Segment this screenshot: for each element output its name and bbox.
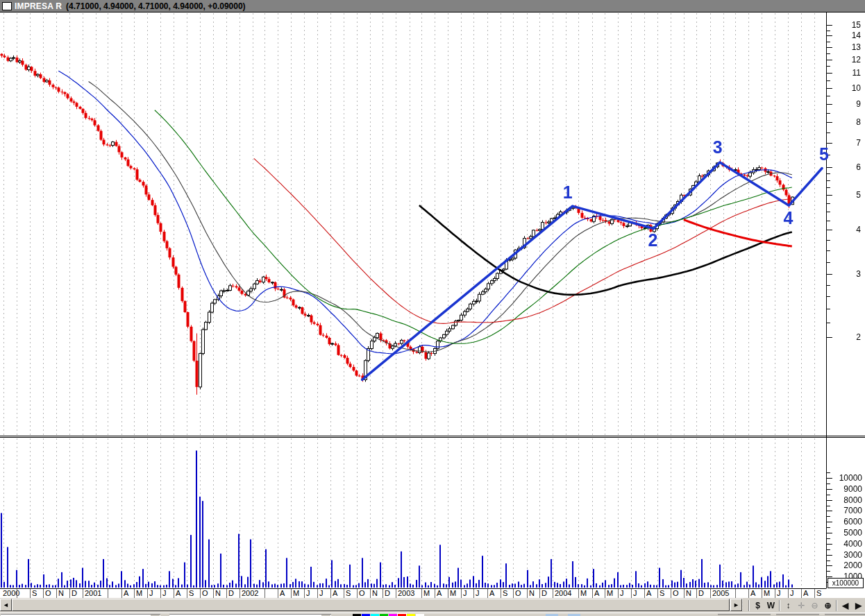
date-axis-month-label: S [816,589,821,598]
wave-label-1: 1 [563,184,573,201]
date-axis-separator [696,589,697,598]
price-axis-label: 8 [830,117,861,127]
price-axis-label: 12 [830,55,861,65]
bottom-scroll-toolbar-row: ◄ ► $W↕✛⊖⊕◀▶▤ [0,598,865,613]
date-axis-separator [592,589,593,598]
date-axis-separator [17,589,17,598]
date-axis-month-label: N [58,589,64,598]
price-axis-label: 6 [830,162,861,172]
volume-axis-label: 9000 [832,484,862,494]
price-axis-label: 10 [830,83,861,93]
date-axis-separator [147,589,148,598]
volume-axis-label: 6000 [832,517,862,527]
price-axis-label: 2 [830,332,861,342]
volume-multiplier-box: x100000 [828,578,864,588]
date-axis-separator [200,589,201,598]
date-axis-separator [605,589,605,598]
date-axis-month-label: D [541,589,547,598]
date-axis-month-label: O [515,589,521,598]
date-axis-separator [43,589,44,598]
date-axis-month-label: M [136,589,142,598]
date-axis-separator [501,589,501,598]
date-axis-month-label: N [372,589,378,598]
date-axis-separator [264,589,265,598]
date-axis-month-label: S [503,589,507,598]
date-axis-month-label: S [346,589,351,598]
date-axis-year-label: 2003 [398,589,414,598]
date-axis-separator [671,589,671,598]
vertical-zoom-button[interactable]: ↕ [782,599,795,612]
zoom-in-button[interactable]: ⊕ [821,599,834,612]
price-axis-label: 11 [830,68,861,78]
date-axis-separator [461,589,462,598]
toolbar-separator [748,600,750,611]
date-axis-separator [357,589,358,598]
horizontal-scrollbar-thumb[interactable] [12,599,730,611]
price-axis-label: 5 [830,190,861,200]
date-axis-separator [513,589,514,598]
date-axis-month-label: D [72,589,77,598]
date-axis-separator [788,589,789,598]
scroll-right-button[interactable]: ► [730,599,742,611]
date-axis-month-label: J [633,589,637,598]
date-axis-year-label: 2005 [712,589,729,598]
next-chart-button[interactable]: ▶ [852,599,865,612]
date-axis-separator [748,589,749,598]
scroll-right-icon: ► [733,601,739,608]
chart-toolbar: $W↕✛⊖⊕◀▶▤ [747,599,865,612]
date-axis-separator [30,589,31,598]
date-axis-month-label: O [359,589,365,598]
volume-axis-label: 3000 [832,550,862,560]
price-axis-label: 3 [830,269,861,279]
date-axis-separator [240,589,240,598]
date-axis-separator [121,589,122,598]
date-axis-month-label: M [293,589,299,598]
date-axis-month-label: J [777,589,781,598]
date-axis-separator [644,589,645,598]
date-axis-separator [330,589,331,598]
date-axis-month-label: A [489,589,494,598]
date-axis-separator [553,589,553,598]
date-axis-month-label: O [45,589,51,598]
date-axis-separator [213,589,214,598]
previous-chart-button[interactable]: ◀ [839,599,852,612]
scroll-left-button[interactable]: ◄ [0,599,12,611]
date-axis-year-label: 2001 [85,589,101,598]
date-axis-separator [344,589,344,598]
date-axis-month-label: N [529,589,535,598]
toolbar-separator [836,600,837,611]
date-axis-month-label: J [476,589,480,598]
volume-axis-label: 5000 [832,528,862,538]
date-axis-separator [539,589,540,598]
date-axis-month-label: D [698,589,704,598]
date-axis-month-label: J [620,589,624,598]
date-axis-separator [631,589,632,598]
date-axis-separator [304,589,305,598]
metastock-chart-window: IMPRESA R (4.71000, 4.94000, 4.71000, 4.… [0,0,865,616]
date-axis-separator [762,589,762,598]
date-axis-separator [134,589,135,598]
date-axis-month-label: N [215,589,221,598]
date-axis-month-label: D [228,589,234,598]
price-scale-button[interactable]: $ [751,599,764,612]
date-axis-separator [421,589,422,598]
date-axis-separator [473,589,474,598]
date-axis-separator [83,589,83,598]
wave-label-2: 2 [648,232,658,249]
date-axis-month-label: M [764,589,770,598]
zoom-out-button[interactable]: ⊖ [808,599,821,612]
date-axis-month-label: S [32,589,37,598]
date-axis-separator [775,589,775,598]
price-axis-label: 4 [830,225,861,234]
date-axis-separator [370,589,371,598]
date-axis-separator [435,589,435,598]
pan-button[interactable]: ✛ [795,599,808,612]
toolbar-separator [779,600,780,611]
price-axis-label: 15 [830,20,861,30]
date-axis-month-label: O [202,589,208,598]
chart-canvas[interactable] [0,0,865,598]
volume-axis-label: 4000 [832,539,862,549]
date-axis-month-label: A [333,589,337,598]
periodicity-weekly-button[interactable]: W [764,599,778,612]
date-axis-year-label: 2002 [242,589,258,598]
